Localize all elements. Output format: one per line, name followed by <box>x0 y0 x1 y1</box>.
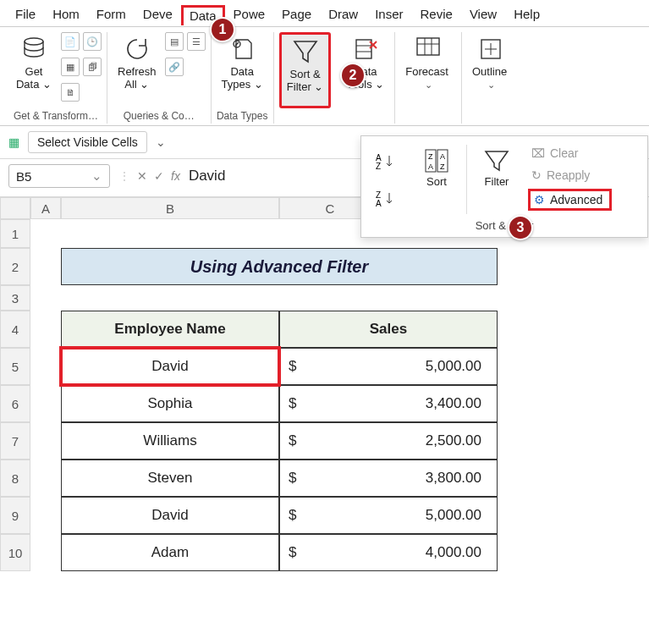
row-header-8[interactable]: 8 <box>0 460 30 497</box>
funnel-icon <box>290 36 321 67</box>
qat-dropdown[interactable]: ⌄ <box>156 135 166 149</box>
cell-A2[interactable] <box>30 248 61 285</box>
cell-C7[interactable]: $2,500.00 <box>279 422 498 460</box>
sort-desc-icon: ZA <box>373 184 402 212</box>
cell-C9[interactable]: $5,000.00 <box>279 497 498 534</box>
select-visible-cells-button[interactable]: Select Visible Cells <box>28 131 147 153</box>
name-box[interactable]: B5 ⌄ <box>8 164 110 188</box>
outline-icon <box>476 34 506 64</box>
cell-B7[interactable]: Williams <box>61 422 279 460</box>
cell-B1[interactable] <box>61 219 279 248</box>
svg-text:Z: Z <box>440 162 445 171</box>
row-header-10[interactable]: 10 <box>0 534 30 571</box>
callout-badge-3: 3 <box>508 215 533 240</box>
get-data-button[interactable]: GetData ⌄ <box>10 32 58 108</box>
cell-B9[interactable]: David <box>61 497 279 534</box>
cell-A9[interactable] <box>30 497 61 534</box>
from-text-icon[interactable]: 📄 <box>61 32 80 51</box>
row-header-1[interactable]: 1 <box>0 219 30 248</box>
col-header-A[interactable]: A <box>30 197 61 219</box>
menu-review[interactable]: Revie <box>412 3 461 26</box>
worksheet[interactable]: A B C 1 2 Using Advanced Filter 3 4 Empl… <box>0 197 649 571</box>
from-web-icon[interactable]: 🕒 <box>83 32 102 51</box>
menu-formulas[interactable]: Form <box>88 3 135 26</box>
col-header-B[interactable]: B <box>61 197 279 219</box>
menu-draw[interactable]: Draw <box>320 3 366 26</box>
refresh-all-button[interactable]: RefreshAll ⌄ <box>113 32 162 108</box>
callout-badge-1: 1 <box>210 17 235 42</box>
row-header-9[interactable]: 9 <box>0 497 30 534</box>
svg-rect-2 <box>356 40 371 58</box>
cell-C10[interactable]: $4,000.00 <box>279 534 498 571</box>
existing-conn-icon[interactable]: 🗎 <box>61 83 80 102</box>
from-table-icon[interactable]: ▦ <box>61 58 80 76</box>
sort-button[interactable]: ZAAZ Sort <box>417 145 456 190</box>
forecast-button[interactable]: Forecast <box>400 32 456 108</box>
cell-C8[interactable]: $3,800.00 <box>279 460 498 497</box>
data-types-button[interactable]: DataTypes ⌄ <box>217 32 268 108</box>
dropdown-footer: Sort & Filter <box>368 214 641 234</box>
menu-developer[interactable]: Deve <box>135 3 181 26</box>
outline-button[interactable]: Outline <box>467 32 514 108</box>
cell-B6[interactable]: Sophia <box>61 385 279 422</box>
cancel-icon[interactable]: ✕ <box>137 169 147 183</box>
cell-C3[interactable] <box>279 285 498 311</box>
sort-asc-icon: AZ <box>373 146 402 175</box>
properties-icon[interactable]: ☰ <box>187 32 206 51</box>
row-header-5[interactable]: 5 <box>0 348 30 385</box>
sort-desc-button[interactable]: ZA <box>368 182 407 214</box>
get-data-label: GetData ⌄ <box>16 66 52 91</box>
menu-pagelayout[interactable]: Page <box>273 3 320 26</box>
menu-home[interactable]: Hom <box>44 3 88 26</box>
queries-icon[interactable]: ▤ <box>165 32 184 51</box>
row-header-7[interactable]: 7 <box>0 422 30 460</box>
clear-filter-button[interactable]: ⌧ Clear <box>528 145 612 162</box>
cell-A5[interactable] <box>30 348 61 385</box>
cell-B8[interactable]: Steven <box>61 460 279 497</box>
cell-C6[interactable]: $3,400.00 <box>279 385 498 422</box>
sort-filter-button[interactable]: Sort &Filter ⌄ <box>279 32 332 108</box>
database-icon <box>19 34 49 64</box>
cell-A8[interactable] <box>30 460 61 497</box>
filter-button[interactable]: Filter <box>477 145 516 190</box>
menu-insert[interactable]: Inser <box>366 3 411 26</box>
group-outline: Outline <box>462 32 520 124</box>
cell-A4[interactable] <box>30 311 61 348</box>
row-header-6[interactable]: 6 <box>0 385 30 422</box>
cell-A6[interactable] <box>30 385 61 422</box>
advanced-icon: ⚙ <box>534 193 545 206</box>
cell-A1[interactable] <box>30 219 61 248</box>
cell-C5[interactable]: $5,000.00 <box>279 348 498 385</box>
select-all-corner[interactable] <box>0 197 30 219</box>
advanced-filter-button[interactable]: ⚙ Advanced <box>528 189 612 211</box>
col-header-sales: Sales <box>279 311 498 348</box>
fx-icon[interactable]: fx <box>171 169 180 183</box>
sort-filter-dropdown: AZ ZA ZAAZ Sort Filter ⌧ Clear ↻ Reapply <box>360 135 648 238</box>
cell-B5[interactable]: David <box>61 348 279 385</box>
row-header-3[interactable]: 3 <box>0 285 30 311</box>
get-transform-small-icons: 📄 🕒 ▦ 🗐 🗎 <box>61 32 102 105</box>
menu-help[interactable]: Help <box>505 3 548 26</box>
recent-sources-icon[interactable]: 🗐 <box>83 58 102 76</box>
ribbon: GetData ⌄ 📄 🕒 ▦ 🗐 🗎 Get & Transform… Ref… <box>0 26 649 126</box>
sort-asc-button[interactable]: AZ <box>368 145 407 177</box>
cell-B3[interactable] <box>61 285 279 311</box>
callout-badge-2: 2 <box>340 63 366 88</box>
group-label-queries: Queries & Co… <box>124 108 195 124</box>
cell-A7[interactable] <box>30 422 61 460</box>
menu-file[interactable]: File <box>7 3 44 26</box>
formula-bar-value[interactable]: David <box>189 168 225 184</box>
group-forecast: Forecast <box>395 32 462 124</box>
reapply-filter-button[interactable]: ↻ Reapply <box>528 167 612 184</box>
row-header-4[interactable]: 4 <box>0 311 30 348</box>
edit-links-icon[interactable]: 🔗 <box>165 58 184 76</box>
cell-B10[interactable]: Adam <box>61 534 279 571</box>
data-types-label: DataTypes ⌄ <box>222 66 263 91</box>
menu-view[interactable]: View <box>461 3 505 26</box>
refresh-icon <box>122 34 152 64</box>
group-datatypes: DataTypes ⌄ Data Types <box>212 32 274 124</box>
cell-A3[interactable] <box>30 285 61 311</box>
enter-icon[interactable]: ✓ <box>154 169 164 183</box>
cell-A10[interactable] <box>30 534 61 571</box>
row-header-2[interactable]: 2 <box>0 248 30 285</box>
